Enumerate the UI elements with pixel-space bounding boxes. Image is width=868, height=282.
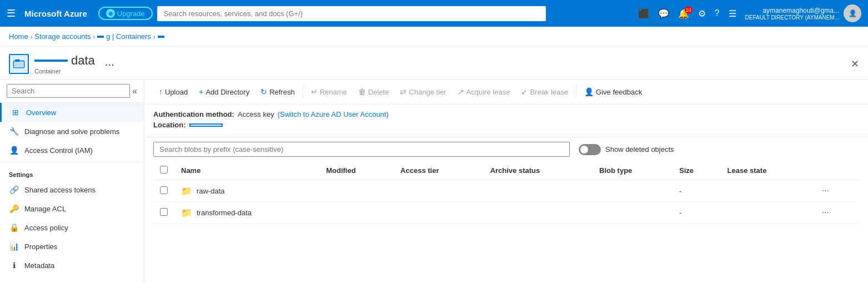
notifications-icon[interactable]: 🔔 10 <box>678 8 689 19</box>
sidebar-item-shared-access-tokens[interactable]: 🔗 Shared access tokens <box>0 180 144 199</box>
breadcrumb-g-label[interactable]: g | Containers <box>106 32 151 41</box>
row-1-archive-status <box>484 180 593 202</box>
metadata-icon: ℹ <box>9 261 19 270</box>
sidebar-search-input[interactable] <box>7 84 130 98</box>
sidebar: « ⊞ Overview 🔧 Diagnose and solve proble… <box>0 80 144 282</box>
blob-search-row: Show deleted objects <box>144 137 868 161</box>
user-info: aymanemaghouti@gma... DEFAULT DIRECTORY … <box>745 7 839 21</box>
folder-icon-2: 📁 <box>181 207 192 218</box>
breadcrumb-storage-accounts[interactable]: Storage accounts <box>34 32 91 41</box>
refresh-icon: ↻ <box>260 87 267 96</box>
change-tier-button[interactable]: ⇄ Change tier <box>394 84 451 100</box>
title-suffix: data <box>71 53 95 68</box>
help-icon[interactable]: ? <box>715 8 720 18</box>
row-2-archive-status <box>484 202 593 224</box>
row-1-actions: ··· <box>812 180 859 202</box>
sidebar-item-properties-label: Properties <box>24 243 57 251</box>
col-blob-type[interactable]: Blob type <box>593 161 673 180</box>
delete-button[interactable]: 🗑 Delete <box>353 84 395 100</box>
col-actions <box>812 161 859 180</box>
sidebar-collapse-button[interactable]: « <box>132 86 137 96</box>
sidebar-item-properties[interactable]: 📊 Properties <box>0 237 144 256</box>
info-section: Authentication method: Access key (Switc… <box>144 105 868 137</box>
give-feedback-button[interactable]: 👤 Give feedback <box>579 84 648 100</box>
col-access-tier[interactable]: Access tier <box>394 161 484 180</box>
cloud-shell-icon[interactable]: ⬛ <box>638 8 649 19</box>
col-size[interactable]: Size <box>673 161 721 180</box>
topbar: ☰ Microsoft Azure ⊕ Upgrade ⬛ 💬 🔔 10 ⚙ ?… <box>0 0 868 27</box>
refresh-button[interactable]: ↻ Refresh <box>255 84 300 100</box>
feedback-icon[interactable]: 💬 <box>658 8 669 19</box>
row-2-more-button[interactable]: ··· <box>819 206 832 219</box>
breadcrumb-account-name[interactable] <box>97 36 104 38</box>
row-2-checkbox[interactable] <box>160 208 168 216</box>
row-1-blob-type <box>593 180 673 202</box>
close-button[interactable]: ✕ <box>851 58 859 70</box>
breadcrumb-sep-1: › <box>31 33 33 40</box>
row-1-name[interactable]: 📁 raw-data <box>174 180 319 202</box>
svg-rect-2 <box>15 60 19 62</box>
select-all-checkbox[interactable] <box>160 166 168 174</box>
sidebar-item-metadata[interactable]: ℹ Metadata <box>0 256 144 275</box>
show-deleted-toggle[interactable] <box>579 144 601 155</box>
show-deleted-row: Show deleted objects <box>579 144 674 155</box>
row-1-more-button[interactable]: ··· <box>819 185 832 197</box>
upload-icon: ↑ <box>159 87 163 96</box>
col-name[interactable]: Name <box>174 161 319 180</box>
settings-icon[interactable]: ⚙ <box>698 8 706 19</box>
row-1-name-content: 📁 raw-data <box>181 186 313 196</box>
row-2-actions: ··· <box>812 202 859 224</box>
avatar: 👤 <box>844 4 861 22</box>
row-1-checkbox[interactable] <box>160 186 168 194</box>
topbar-icons: ⬛ 💬 🔔 10 ⚙ ? ☰ aymanemaghouti@gma... DEF… <box>638 4 861 22</box>
toggle-slider[interactable] <box>579 144 601 155</box>
breadcrumb-container[interactable] <box>158 36 164 38</box>
sidebar-divider <box>0 162 144 162</box>
iam-icon: 👤 <box>9 146 19 155</box>
acquire-lease-button[interactable]: ↗ Acquire lease <box>452 84 516 100</box>
auth-switch-link[interactable]: (Switch to Azure AD User Account) <box>278 110 389 118</box>
blob-table-container: Name Modified Access tier Archive status… <box>144 161 868 224</box>
col-modified[interactable]: Modified <box>319 161 394 180</box>
svg-rect-0 <box>13 61 24 68</box>
blob-search-input[interactable] <box>153 142 570 157</box>
toolbar-sep-1 <box>303 85 303 98</box>
row-2-access-tier <box>394 202 484 224</box>
page-header: data Container ··· ✕ <box>0 47 868 80</box>
portal-menu-icon[interactable]: ☰ <box>729 8 736 19</box>
table-row: 📁 raw-data - ··· <box>153 180 859 202</box>
blob-table: Name Modified Access tier Archive status… <box>153 161 859 224</box>
sidebar-item-shared-access-label: Shared access tokens <box>24 186 96 194</box>
upload-button[interactable]: ↑ Upload <box>153 84 193 100</box>
upgrade-button[interactable]: ⊕ Upgrade <box>98 7 153 20</box>
location-row: Location: <box>153 121 859 129</box>
rename-button[interactable]: ↵ Rename <box>305 84 353 100</box>
change-tier-icon: ⇄ <box>400 87 407 96</box>
page-subtitle: Container <box>34 68 95 75</box>
row-2-modified <box>319 202 394 224</box>
give-feedback-icon: 👤 <box>584 87 594 96</box>
break-lease-button[interactable]: ↙ Break lease <box>515 84 574 100</box>
sidebar-item-diagnose[interactable]: 🔧 Diagnose and solve problems <box>0 122 144 141</box>
sidebar-item-access-policy[interactable]: 🔒 Access policy <box>0 218 144 237</box>
user-profile[interactable]: aymanemaghouti@gma... DEFAULT DIRECTORY … <box>745 4 861 22</box>
global-search-input[interactable] <box>157 6 546 21</box>
break-lease-icon: ↙ <box>521 87 528 96</box>
row-2-name[interactable]: 📁 transformed-data <box>174 202 319 224</box>
sidebar-item-overview[interactable]: ⊞ Overview <box>0 103 144 122</box>
row-2-name-content: 📁 transformed-data <box>181 207 313 218</box>
sidebar-item-manage-acl[interactable]: 🔑 Manage ACL <box>0 199 144 218</box>
add-directory-button[interactable]: + Add Directory <box>193 84 255 100</box>
auth-method-row: Authentication method: Access key (Switc… <box>153 110 859 118</box>
row-2-size: - <box>673 202 721 224</box>
sidebar-item-iam-label: Access Control (IAM) <box>24 146 93 155</box>
ellipsis-button[interactable]: ··· <box>105 58 114 71</box>
col-lease-state[interactable]: Lease state <box>721 161 812 180</box>
breadcrumb-home[interactable]: Home <box>9 32 28 41</box>
sidebar-item-iam[interactable]: 👤 Access Control (IAM) <box>0 141 144 160</box>
hamburger-icon[interactable]: ☰ <box>7 7 16 19</box>
col-archive-status[interactable]: Archive status <box>484 161 593 180</box>
shared-access-icon: 🔗 <box>9 185 19 194</box>
delete-icon: 🗑 <box>358 87 366 96</box>
access-policy-icon: 🔒 <box>9 223 19 232</box>
